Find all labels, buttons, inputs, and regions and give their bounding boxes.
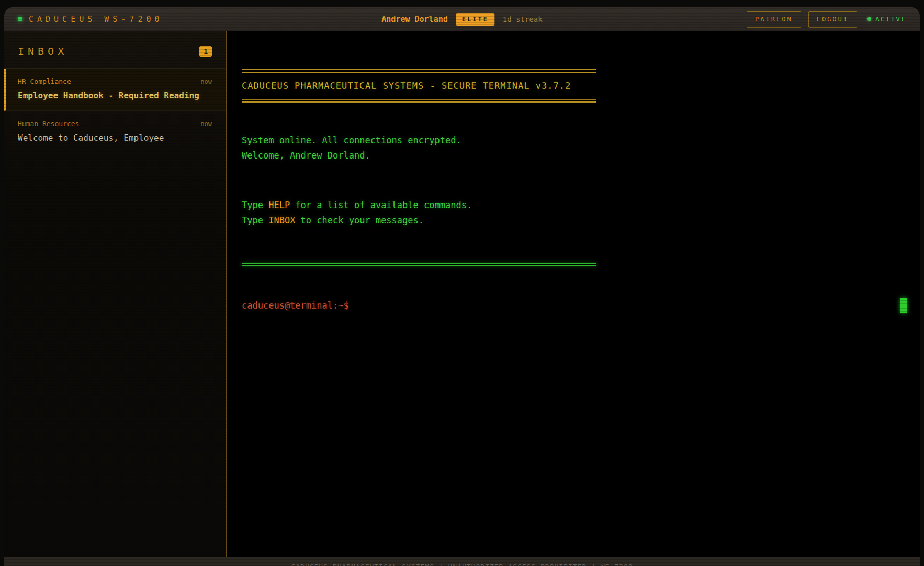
terminal-line-help: Type HELP for a list of available comman… <box>242 198 920 213</box>
footer-bar: CADUCEUS PHARMACEUTICAL SYSTEMS | UNAUTH… <box>4 557 920 566</box>
spacer <box>242 228 920 263</box>
brand-name: CADUCEUS WS-7200 <box>29 15 163 24</box>
terminal-line-welcome: Welcome, Andrew Dorland. <box>242 148 920 163</box>
spacer <box>242 103 920 133</box>
rank-badge: ELITE <box>456 13 494 26</box>
topbar-actions: PATREON LOGOUT ACTIVE <box>739 11 906 28</box>
user-name: Andrew Dorland <box>381 15 447 24</box>
footer-text: CADUCEUS PHARMACEUTICAL SYSTEMS | UNAUTH… <box>291 563 633 566</box>
help-command: HELP <box>268 200 290 210</box>
terminal-header-title: CADUCEUS PHARMACEUTICAL SYSTEMS - SECURE… <box>242 81 920 91</box>
message-item-unread[interactable]: HR Compliance now Employee Handbook - Re… <box>4 69 226 111</box>
power-indicator-icon <box>18 17 22 21</box>
active-status-label: ACTIVE <box>875 15 906 23</box>
main-content: INBOX 1 HR Compliance now Employee Handb… <box>4 31 920 557</box>
session-status: ACTIVE <box>867 15 906 23</box>
inbox-prefix: Type <box>242 215 268 225</box>
message-subject: Welcome to Caduceus, Employee <box>18 133 212 143</box>
message-meta: Human Resources now <box>18 120 212 128</box>
help-suffix: for a list of available commands. <box>290 200 472 210</box>
header-rule-top <box>242 69 596 73</box>
active-dot-icon <box>867 17 871 21</box>
terminal-cursor <box>900 298 907 313</box>
message-time: now <box>200 78 212 85</box>
brand: CADUCEUS WS-7200 <box>18 15 163 24</box>
inbox-sidebar: INBOX 1 HR Compliance now Employee Handb… <box>4 31 227 557</box>
message-sender: Human Resources <box>18 120 79 128</box>
message-sender: HR Compliance <box>18 77 71 85</box>
inbox-header: INBOX 1 <box>4 31 226 69</box>
spacer <box>242 163 920 198</box>
app-window: CADUCEUS WS-7200 Andrew Dorland ELITE 1d… <box>4 7 920 566</box>
terminal-screen[interactable]: CADUCEUS PHARMACEUTICAL SYSTEMS - SECURE… <box>227 31 920 557</box>
terminal-line-inbox: Type INBOX to check your messages. <box>242 213 920 228</box>
separator-rule-green <box>242 263 596 266</box>
message-subject: Employee Handbook - Required Reading <box>18 90 212 100</box>
command-prompt-row[interactable]: caduceus@terminal:~$ <box>242 298 920 313</box>
prompt-label: caduceus@terminal:~$ <box>242 300 349 311</box>
inbox-suffix: to check your messages. <box>295 215 424 225</box>
user-info: Andrew Dorland ELITE 1d streak <box>381 13 542 26</box>
message-item-read[interactable]: Human Resources now Welcome to Caduceus,… <box>4 111 226 153</box>
message-time: now <box>200 120 212 128</box>
message-meta: HR Compliance now <box>18 77 212 85</box>
spacer <box>242 266 920 298</box>
patreon-button[interactable]: PATREON <box>747 11 801 28</box>
unread-count-badge: 1 <box>199 46 212 57</box>
terminal-line-system: System online. All connections encrypted… <box>242 133 920 148</box>
inbox-command: INBOX <box>268 215 295 225</box>
header-rule-bottom <box>242 99 596 103</box>
streak-label: 1d streak <box>503 15 543 24</box>
help-prefix: Type <box>242 200 268 210</box>
logout-button[interactable]: LOGOUT <box>808 11 857 28</box>
inbox-title: INBOX <box>18 45 67 58</box>
top-bar: CADUCEUS WS-7200 Andrew Dorland ELITE 1d… <box>4 7 920 31</box>
